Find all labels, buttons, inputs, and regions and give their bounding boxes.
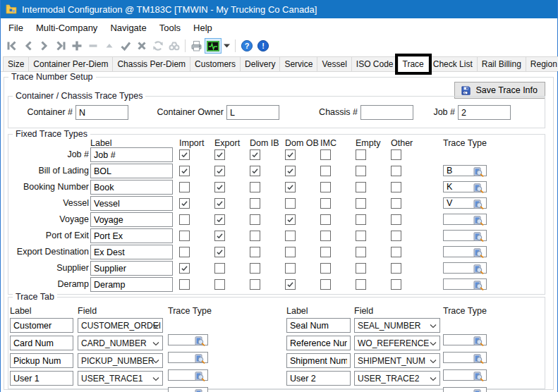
checkbox-other-booking-number[interactable] bbox=[391, 182, 401, 192]
checkbox-imc-supplier[interactable] bbox=[320, 263, 331, 274]
field-select-user-2[interactable]: USER_TRACE2 bbox=[354, 371, 440, 386]
tab-trace[interactable]: Trace bbox=[398, 56, 429, 72]
checkbox-dom-ib-export-destination[interactable] bbox=[250, 247, 260, 257]
checkbox-empty-vessel[interactable] bbox=[356, 198, 366, 209]
checkbox-empty-voyage[interactable] bbox=[356, 214, 366, 225]
label-input-job[interactable] bbox=[90, 147, 173, 162]
checkbox-empty-port-of-exit[interactable] bbox=[356, 231, 366, 241]
checkbox-import-voyage[interactable] bbox=[179, 214, 190, 225]
dropdown-arrow-icon[interactable] bbox=[222, 38, 232, 54]
add-record-icon[interactable] bbox=[68, 38, 85, 54]
checkbox-import-export-destination[interactable] bbox=[179, 247, 190, 257]
lookup-icon[interactable] bbox=[473, 248, 485, 259]
checkbox-import-booking-number[interactable] bbox=[179, 182, 190, 192]
checkbox-other-bill-of-lading[interactable] bbox=[391, 166, 401, 176]
checkbox-dom-ob-job[interactable] bbox=[285, 149, 296, 160]
checkbox-imc-vessel[interactable] bbox=[320, 198, 331, 209]
job-number-input[interactable] bbox=[459, 106, 497, 118]
checkbox-empty-export-destination[interactable] bbox=[356, 247, 366, 257]
find-icon[interactable] bbox=[166, 38, 182, 54]
checkbox-dom-ob-vessel[interactable] bbox=[285, 198, 296, 209]
tab-size[interactable]: Size bbox=[3, 56, 29, 71]
checkbox-dom-ib-voyage[interactable] bbox=[250, 214, 260, 225]
checkbox-imc-port-of-exit[interactable] bbox=[320, 231, 331, 241]
checkbox-empty-bill-of-lading[interactable] bbox=[356, 166, 366, 176]
container-number-input[interactable] bbox=[76, 106, 115, 118]
tab-rail-billing[interactable]: Rail Billing bbox=[477, 56, 526, 71]
tab-chassis-per-diem[interactable]: Chassis Per-Diem bbox=[112, 56, 190, 71]
tab-iso-code[interactable]: ISO Code bbox=[351, 56, 399, 71]
checkbox-other-vessel[interactable] bbox=[391, 198, 401, 209]
checkbox-export-export-destination[interactable] bbox=[214, 247, 225, 257]
checkbox-other-voyage[interactable] bbox=[391, 214, 401, 225]
tab-vessel[interactable]: Vessel bbox=[317, 56, 351, 71]
lookup-icon[interactable] bbox=[473, 232, 485, 243]
sort-icon[interactable] bbox=[101, 38, 117, 54]
checkbox-export-voyage[interactable] bbox=[214, 214, 225, 225]
tab-service[interactable]: Service bbox=[279, 56, 317, 71]
label-input-voyage[interactable] bbox=[90, 212, 173, 227]
tab-check-list[interactable]: Check List bbox=[428, 56, 478, 71]
last-record-icon[interactable] bbox=[52, 38, 68, 54]
checkbox-other-deramp[interactable] bbox=[391, 279, 401, 290]
datawindow-icon[interactable] bbox=[205, 38, 222, 54]
checkbox-dom-ob-deramp[interactable] bbox=[285, 279, 296, 290]
field-select-seal-num[interactable]: SEAL_NUMBER bbox=[354, 318, 440, 333]
checkbox-other-export-destination[interactable] bbox=[391, 247, 401, 257]
lookup-icon[interactable] bbox=[266, 107, 277, 118]
lookup-icon[interactable] bbox=[473, 264, 485, 275]
checkbox-dom-ob-voyage[interactable] bbox=[285, 214, 296, 225]
checkbox-empty-booking-number[interactable] bbox=[356, 182, 366, 192]
label-input-reference-num[interactable] bbox=[286, 336, 351, 350]
checkbox-export-bill-of-lading[interactable] bbox=[214, 166, 225, 176]
label-input-booking-number[interactable] bbox=[90, 180, 173, 195]
lookup-icon[interactable] bbox=[473, 183, 485, 194]
label-input-deramp[interactable] bbox=[90, 277, 173, 292]
checkbox-export-booking-number[interactable] bbox=[214, 182, 225, 192]
field-select-shipment-num[interactable]: SHIPMENT_NUM bbox=[354, 353, 440, 368]
checkbox-imc-bill-of-lading[interactable] bbox=[320, 166, 331, 176]
checkbox-imc-job[interactable] bbox=[320, 149, 331, 160]
chassis-number-input[interactable] bbox=[361, 106, 400, 118]
label-input-shipment-num[interactable] bbox=[286, 353, 351, 368]
delete-record-icon[interactable] bbox=[85, 38, 101, 54]
lookup-icon[interactable] bbox=[473, 167, 485, 178]
help-icon[interactable]: ? bbox=[238, 38, 255, 54]
menu-item-tools[interactable]: Tools bbox=[153, 20, 187, 36]
checkbox-empty-supplier[interactable] bbox=[356, 263, 366, 274]
checkbox-imc-voyage[interactable] bbox=[320, 214, 331, 225]
tab-container-per-diem[interactable]: Container Per-Diem bbox=[28, 56, 113, 71]
first-record-icon[interactable] bbox=[4, 38, 20, 54]
checkbox-other-supplier[interactable] bbox=[391, 263, 401, 274]
cancel-icon[interactable] bbox=[133, 38, 150, 54]
checkbox-imc-export-destination[interactable] bbox=[320, 247, 331, 257]
accept-icon[interactable] bbox=[117, 38, 133, 54]
checkbox-export-deramp[interactable] bbox=[214, 279, 225, 290]
checkbox-dom-ib-deramp[interactable] bbox=[250, 279, 260, 290]
checkbox-other-job[interactable] bbox=[391, 149, 401, 160]
lookup-icon[interactable] bbox=[473, 216, 485, 226]
lookup-icon[interactable] bbox=[115, 107, 126, 118]
menu-item-navigate[interactable]: Navigate bbox=[104, 20, 152, 36]
lookup-icon[interactable] bbox=[473, 200, 485, 210]
next-record-icon[interactable] bbox=[36, 38, 52, 54]
label-input-user-2[interactable] bbox=[286, 371, 351, 386]
checkbox-dom-ob-booking-number[interactable] bbox=[285, 182, 296, 192]
label-input-bill-of-lading[interactable] bbox=[90, 164, 173, 178]
checkbox-dom-ib-port-of-exit[interactable] bbox=[250, 231, 260, 241]
field-select-reference-num[interactable]: WO_REFERENCE bbox=[354, 336, 440, 350]
checkbox-export-vessel[interactable] bbox=[214, 198, 225, 209]
checkbox-import-port-of-exit[interactable] bbox=[179, 231, 190, 241]
checkbox-import-vessel[interactable] bbox=[179, 198, 190, 209]
checkbox-dom-ib-supplier[interactable] bbox=[250, 263, 260, 274]
lookup-icon[interactable] bbox=[473, 281, 485, 291]
checkbox-dom-ib-vessel[interactable] bbox=[250, 198, 260, 209]
menu-item-file[interactable]: File bbox=[2, 20, 30, 36]
checkbox-imc-booking-number[interactable] bbox=[320, 182, 331, 192]
checkbox-dom-ib-job[interactable] bbox=[250, 149, 260, 160]
checkbox-import-job[interactable] bbox=[179, 149, 190, 160]
checkbox-import-supplier[interactable] bbox=[179, 263, 190, 274]
tab-delivery[interactable]: Delivery bbox=[240, 56, 280, 71]
checkbox-imc-deramp[interactable] bbox=[320, 279, 331, 290]
checkbox-export-supplier[interactable] bbox=[214, 263, 225, 274]
